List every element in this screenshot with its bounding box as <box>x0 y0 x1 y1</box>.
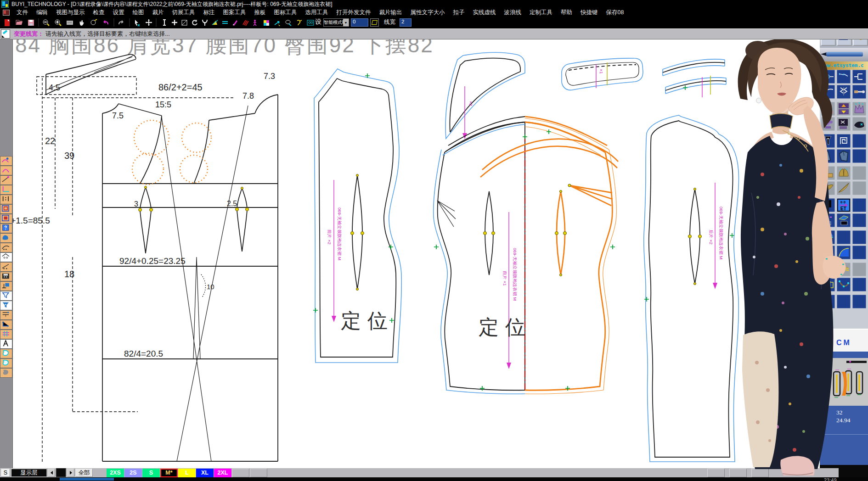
tool-piece-fill[interactable] <box>0 359 12 368</box>
prev-layer-button[interactable] <box>48 469 55 477</box>
all-sizes-button[interactable]: 全部 <box>75 469 93 477</box>
menu-item-18[interactable]: 波浪线 <box>500 8 526 17</box>
swatch-tool-button[interactable] <box>370 18 379 27</box>
tool-align-corner[interactable] <box>0 282 12 291</box>
menu-item-19[interactable]: 定制工具 <box>525 8 557 17</box>
undo-icon[interactable] <box>104 21 108 24</box>
tool-line-point[interactable] <box>0 176 12 185</box>
size-chip-2xs[interactable]: 2XS <box>107 469 124 477</box>
figure-magenta-icon[interactable] <box>254 20 256 26</box>
parallel-lines-icon[interactable] <box>222 22 228 23</box>
menu-item-0[interactable]: 文件 <box>12 8 32 17</box>
pan-hand-icon[interactable] <box>80 20 84 26</box>
tool-corner-axes[interactable] <box>0 185 12 195</box>
select-arrow-icon[interactable] <box>135 20 140 26</box>
next-layer-button[interactable] <box>67 469 74 477</box>
chevron-down-icon[interactable]: ▼ <box>343 19 349 26</box>
menu-item-13[interactable]: 打开外发文件 <box>333 8 375 17</box>
menu-item-2[interactable]: 视图与显示 <box>52 8 89 17</box>
settings-char-button[interactable]: 设 <box>315 18 321 26</box>
menu-item-17[interactable]: 实线虚线 <box>469 8 500 17</box>
move-cross-icon[interactable] <box>146 19 152 26</box>
angle-measure-icon[interactable] <box>212 20 218 25</box>
text-ibeam-icon[interactable] <box>163 20 166 25</box>
menu-item-8[interactable]: 标注 <box>199 8 219 17</box>
color-palette-icon[interactable] <box>264 20 269 26</box>
view-box-icon[interactable] <box>307 20 314 25</box>
tool-curve-permille[interactable] <box>0 243 12 252</box>
menu-item-12[interactable]: 选用工具 <box>301 8 333 17</box>
size-chip-2s[interactable]: 2S <box>124 469 142 477</box>
tool-funnel-fill[interactable] <box>0 301 12 310</box>
empty-tool-slot <box>852 181 866 195</box>
display-layer-button[interactable]: 显示层 <box>11 469 47 477</box>
s-layer-button[interactable]: S <box>1 469 10 477</box>
tool-save-layer[interactable] <box>0 272 12 281</box>
menu-item-5[interactable]: 绘图 <box>129 8 148 17</box>
tool-piece-gray[interactable] <box>0 369 12 378</box>
menu-item-14[interactable]: 裁片输出 <box>375 8 406 17</box>
offset-field[interactable]: 0 <box>351 18 368 27</box>
menu-item-15[interactable]: 属性文字大小 <box>406 8 449 17</box>
empty-tool-slot <box>852 134 866 148</box>
menu-item-4[interactable]: 设置 <box>109 8 129 17</box>
linewidth-field[interactable]: 2 <box>400 18 411 27</box>
menu-item-11[interactable]: 图标工具 <box>270 8 301 17</box>
tool-text-a[interactable] <box>0 340 12 349</box>
menu-item-10[interactable]: 推板 <box>250 8 270 17</box>
tool-axis-xy[interactable] <box>0 320 12 330</box>
menu-item-6[interactable]: 裁片 <box>148 8 168 17</box>
tool-eye-curve[interactable] <box>0 157 12 166</box>
new-file-icon[interactable] <box>5 19 10 26</box>
hatch-red-icon[interactable] <box>243 20 248 26</box>
tool-divide[interactable] <box>0 195 12 204</box>
menu-item-9[interactable]: 图案工具 <box>219 8 250 17</box>
size-chip-l[interactable]: L <box>178 469 196 477</box>
zoom-in-icon[interactable] <box>55 20 61 26</box>
menu-item-21[interactable]: 快捷键 <box>576 8 602 17</box>
hook-pen-icon[interactable] <box>297 20 302 25</box>
scrollbar-thumb[interactable] <box>60 478 114 481</box>
zoom-out-icon[interactable] <box>43 20 49 26</box>
add-point-icon[interactable] <box>172 20 177 25</box>
menu-item-1[interactable]: 编辑 <box>32 8 52 17</box>
doc-window-icon[interactable] <box>3 10 10 16</box>
menu-item-22[interactable]: 保存08 <box>602 8 628 17</box>
tool-fill-blob[interactable] <box>0 234 12 243</box>
redo-icon[interactable] <box>119 21 123 24</box>
menu-item-3[interactable]: 检查 <box>89 8 109 17</box>
size-chip-2xl[interactable]: 2XL <box>214 469 231 477</box>
fork-tool-icon[interactable] <box>203 20 207 26</box>
tool-clamp-tool-icon[interactable] <box>852 70 866 84</box>
tool-measure-tool-icon[interactable] <box>852 85 866 99</box>
zoom-select-icon[interactable] <box>91 19 97 25</box>
save-file-icon[interactable] <box>28 20 34 26</box>
menu-item-20[interactable]: 帮助 <box>557 8 576 17</box>
arrow-pen-icon[interactable] <box>275 22 280 26</box>
tool-grid[interactable] <box>0 330 12 339</box>
pen-magenta-icon[interactable] <box>233 20 237 26</box>
size-chip-m*[interactable]: M* <box>160 469 178 477</box>
size-chip-xl[interactable]: XL <box>196 469 214 477</box>
tool-piece-outline[interactable] <box>0 349 12 358</box>
tool-house-permille[interactable] <box>0 253 12 262</box>
tool-dark-piece-icon[interactable] <box>852 117 866 131</box>
size-chip-s[interactable]: S <box>142 469 160 477</box>
rotate-tool-icon[interactable] <box>192 20 197 25</box>
tool-arc[interactable] <box>0 166 12 175</box>
smart-mode-select[interactable]: 智能模式F5 ▼ <box>323 18 349 27</box>
menu-item-16[interactable]: 扣子 <box>449 8 469 17</box>
tool-help[interactable] <box>0 224 12 233</box>
keyboard-icon[interactable] <box>67 21 73 25</box>
tool-square-outline[interactable] <box>0 205 12 214</box>
tool-crown-piece-icon[interactable] <box>852 102 866 116</box>
open-file-icon[interactable] <box>16 20 23 25</box>
empty-tool-slot <box>852 263 866 276</box>
tool-line-permille[interactable] <box>0 263 12 272</box>
tool-funnel-outline[interactable] <box>0 291 12 301</box>
tool-square-fill[interactable] <box>0 214 12 224</box>
tool-offset-lines[interactable] <box>0 311 12 320</box>
forbid-box-icon[interactable] <box>182 20 187 25</box>
menu-item-7[interactable]: 切展工具 <box>168 8 199 17</box>
lasso-pen-icon[interactable] <box>286 20 291 26</box>
